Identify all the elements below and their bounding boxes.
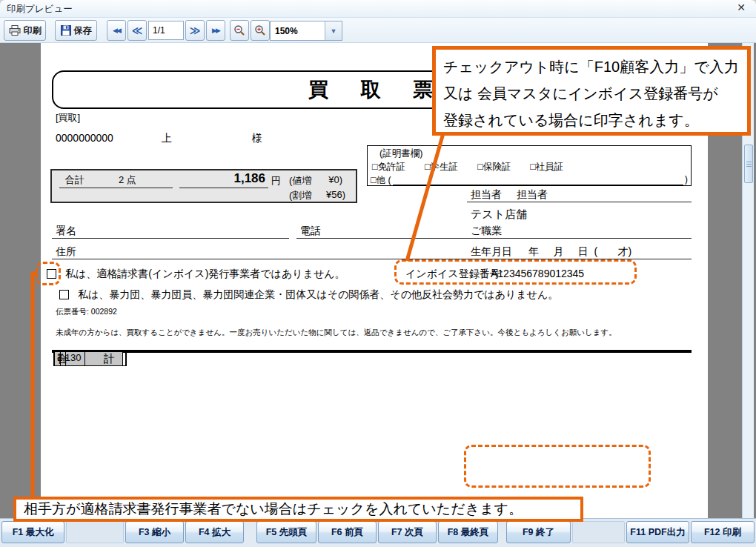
customer-code: 0000000000: [56, 132, 113, 144]
certificate-other-line: [393, 174, 683, 185]
birthdate-units: 年 月 日 ( 才): [528, 245, 631, 257]
highlight-invoice-number-dashed-box: [394, 259, 637, 285]
annotation-line: 相手方が適格請求書発行事業者でない場合はチェックを入れていただきます。: [24, 500, 573, 518]
zoom-level-input[interactable]: [271, 21, 325, 40]
certificate-title: (証明書欄): [379, 147, 422, 160]
annotation-line: 登録されている場合に印字されます。: [443, 107, 740, 133]
save-button[interactable]: 保存: [55, 20, 97, 41]
zoom-in-button[interactable]: [251, 20, 270, 41]
staff-label: 担当者: [471, 188, 502, 200]
print-preview-window: 印刷プレビュー ✕ 印刷 保存 ◀◀ ≪: [0, 0, 756, 547]
staff-value: 担当者: [517, 188, 548, 200]
page-number-input[interactable]: [148, 21, 184, 40]
fkey-f3-zoom-out[interactable]: F3 縮小: [125, 521, 184, 543]
summary-markup-label: (値増: [289, 174, 311, 188]
highlight-tax-summary-dashed-box: [464, 445, 651, 488]
next-page-button[interactable]: ≫: [185, 20, 205, 41]
staff-field: 担当者 担当者: [467, 188, 692, 202]
printer-icon: [9, 25, 21, 36]
antisocial-declaration-checkbox: [59, 290, 69, 299]
customer-mid: 上: [162, 132, 172, 145]
signature-label: 署名: [56, 225, 76, 236]
annotation-top-callout: チェックアウト時に「F10顧客入力」で入力 又は 会員マスタにインボイス登録番号…: [432, 46, 751, 136]
zoom-dropdown-button[interactable]: ▼: [325, 21, 342, 40]
summary-total-count: 2 点: [119, 173, 136, 187]
birthdate-label: 生年月日: [471, 245, 512, 257]
zoom-level-combobox: ▼: [270, 21, 342, 41]
tax-line: 8%対象 486 消費税 38: [53, 351, 55, 366]
save-floppy-icon: [61, 25, 71, 36]
fkey-f7-next-page[interactable]: F7 次頁: [378, 521, 437, 543]
summary-premium-value: ¥56): [326, 189, 345, 200]
address-label: 住所: [56, 245, 76, 257]
tax-base-label: 8%対象: [54, 354, 55, 365]
certificate-item: □免許証: [372, 161, 405, 173]
fkey-f8-last-page[interactable]: F8 最終頁: [438, 521, 498, 543]
certificate-other-label: □他 (: [371, 174, 391, 187]
fkey-f11-pdf-output[interactable]: F11 PDF出力: [626, 521, 689, 543]
scrollbar-thumb[interactable]: [744, 145, 753, 183]
scrollbar-grip-icon: [746, 162, 752, 167]
summary-premium-label: (割増: [289, 189, 311, 202]
zoom-out-button[interactable]: [230, 20, 249, 41]
slip-number: 伝票番号: 002892: [56, 307, 117, 317]
last-page-icon: ▶▶: [212, 27, 219, 34]
fkey-slot-empty: [572, 521, 625, 543]
close-icon[interactable]: ✕: [737, 1, 746, 13]
occupation-label: ご職業: [471, 225, 502, 236]
fkey-f6-prev-page[interactable]: F6 前頁: [318, 521, 377, 543]
section-label: [買取]: [56, 111, 80, 125]
store-name: テスト店舗: [471, 208, 527, 222]
highlight-checkbox-dashed-box: [36, 262, 61, 285]
prev-page-button[interactable]: ≪: [127, 20, 147, 41]
fkey-f1-maximize[interactable]: F1 最大化: [1, 521, 64, 543]
fkey-gap: [245, 521, 255, 547]
summary-total-label: 合計: [65, 173, 84, 187]
certificate-box: (証明書欄) □免許証 □学生証 □保険証 □社員証 □他 ( ): [367, 145, 692, 186]
summary-amount-unit: 円: [271, 174, 281, 188]
chevron-down-icon: ▼: [331, 27, 337, 35]
next-page-icon: ≫: [190, 25, 201, 36]
certificate-item: □社員証: [530, 161, 563, 173]
annotation-line: チェックアウト時に「F10顧客入力」で入力: [443, 53, 740, 80]
certificate-item: □保険証: [477, 161, 511, 173]
phone-field: 電話: [296, 225, 467, 239]
fkey-f5-first-page[interactable]: F5 先頭頁: [256, 521, 316, 543]
first-page-button[interactable]: ◀◀: [107, 20, 126, 41]
titlebar: 印刷プレビュー ✕: [0, 0, 756, 18]
last-page-button[interactable]: ▶▶: [206, 20, 225, 41]
certificate-other: □他 ( ): [371, 174, 688, 187]
invoice-declaration-text: 私は、適格請求書(インボイス)発行事業者ではありません。: [65, 268, 345, 281]
tax-value: 38: [54, 355, 55, 364]
fkey-f12-print[interactable]: F12 印刷: [691, 521, 755, 543]
birthdate-field: 生年月日 年 月 日 ( 才): [467, 245, 692, 259]
zoom-in-icon: [254, 24, 266, 36]
summary-underline: [59, 188, 173, 188]
document-title: 買 取 票: [295, 76, 446, 103]
print-button[interactable]: 印刷: [4, 20, 46, 41]
summary-box: 合計 2 点 1,186 円 (値増 ¥0) (割増 ¥56): [50, 169, 357, 203]
first-page-icon: ◀◀: [113, 27, 120, 34]
certificate-item: □学生証: [425, 161, 458, 173]
fkey-f4-zoom-in[interactable]: F4 拡大: [185, 521, 244, 543]
zoom-out-icon: [233, 24, 245, 36]
tax-label: 消費税: [54, 354, 55, 365]
fkey-slot-empty: [66, 521, 124, 543]
fkey-f9-exit[interactable]: F9 終了: [506, 521, 571, 543]
certificate-items: □免許証 □学生証 □保険証 □社員証: [372, 161, 688, 173]
function-key-bar: F1 最大化 F3 縮小 F4 拡大 F5 先頭頁 F6 前頁 F7 次頁 F8…: [0, 518, 756, 547]
save-button-label: 保存: [74, 24, 92, 37]
prev-page-icon: ≪: [132, 25, 143, 36]
window-title: 印刷プレビュー: [7, 3, 73, 16]
tax-base-value: 486: [54, 355, 55, 364]
toolbar: 印刷 保存 ◀◀ ≪ ≫ ▶▶: [0, 18, 756, 43]
annotation-bottom-callout: 相手方が適格請求書発行事業者でない場合はチェックを入れていただきます。: [13, 497, 583, 522]
summary-underline: [179, 188, 268, 188]
phone-label: 電話: [300, 225, 321, 236]
disclaimer-text: 未成年の方からは、買取することができません。一度お売りいただいた物に関しては、返…: [56, 328, 617, 338]
items-table: 行 商品コード ランク 規格番号 商 品 名 称 中分類 数量 買取単価 金額 …: [52, 350, 692, 353]
summary-amount: 1,186: [172, 171, 265, 186]
annotation-line: 又は 会員マスタにインボイス登録番号が: [443, 80, 740, 107]
certificate-other-close: ): [685, 174, 688, 187]
occupation-field: ご職業: [467, 225, 692, 239]
